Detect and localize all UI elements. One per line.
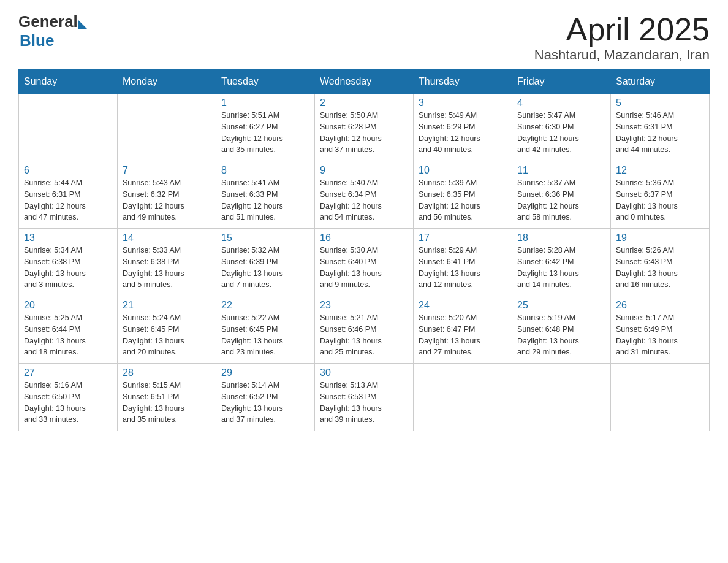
day-number: 20 bbox=[24, 300, 112, 311]
day-info: Sunrise: 5:51 AM Sunset: 6:27 PM Dayligh… bbox=[221, 111, 283, 154]
page-header: General Blue April 2025 Nashtarud, Mazan… bbox=[18, 12, 710, 63]
day-info: Sunrise: 5:49 AM Sunset: 6:29 PM Dayligh… bbox=[419, 111, 480, 154]
day-number: 8 bbox=[221, 165, 309, 176]
calendar-day-cell: 27Sunrise: 5:16 AM Sunset: 6:50 PM Dayli… bbox=[19, 364, 118, 431]
day-number: 4 bbox=[517, 98, 605, 109]
day-number: 29 bbox=[221, 367, 309, 378]
calendar-week-row: 6Sunrise: 5:44 AM Sunset: 6:31 PM Daylig… bbox=[19, 161, 710, 229]
day-number: 26 bbox=[616, 300, 704, 311]
calendar-title-block: April 2025 Nashtarud, Mazandaran, Iran bbox=[534, 12, 710, 63]
calendar-day-cell: 3Sunrise: 5:49 AM Sunset: 6:29 PM Daylig… bbox=[414, 94, 512, 161]
calendar-day-cell: 19Sunrise: 5:26 AM Sunset: 6:43 PM Dayli… bbox=[611, 229, 710, 296]
calendar-week-row: 27Sunrise: 5:16 AM Sunset: 6:50 PM Dayli… bbox=[19, 364, 710, 431]
calendar-day-cell: 29Sunrise: 5:14 AM Sunset: 6:52 PM Dayli… bbox=[216, 364, 315, 431]
day-number: 19 bbox=[616, 232, 704, 243]
calendar-day-cell: 8Sunrise: 5:41 AM Sunset: 6:33 PM Daylig… bbox=[216, 161, 315, 229]
day-info: Sunrise: 5:37 AM Sunset: 6:36 PM Dayligh… bbox=[517, 178, 579, 221]
day-number: 17 bbox=[419, 232, 507, 243]
calendar-title: April 2025 bbox=[534, 12, 710, 47]
day-info: Sunrise: 5:46 AM Sunset: 6:31 PM Dayligh… bbox=[616, 111, 678, 154]
calendar-day-cell: 25Sunrise: 5:19 AM Sunset: 6:48 PM Dayli… bbox=[512, 296, 611, 364]
calendar-day-cell: 16Sunrise: 5:30 AM Sunset: 6:40 PM Dayli… bbox=[315, 229, 414, 296]
calendar-day-cell: 2Sunrise: 5:50 AM Sunset: 6:28 PM Daylig… bbox=[315, 94, 414, 161]
day-info: Sunrise: 5:44 AM Sunset: 6:31 PM Dayligh… bbox=[24, 178, 86, 221]
calendar-day-cell: 18Sunrise: 5:28 AM Sunset: 6:42 PM Dayli… bbox=[512, 229, 611, 296]
day-info: Sunrise: 5:39 AM Sunset: 6:35 PM Dayligh… bbox=[419, 178, 480, 221]
calendar-day-cell bbox=[118, 94, 216, 161]
logo-general: General bbox=[18, 12, 78, 31]
calendar-day-cell bbox=[611, 364, 710, 431]
day-number: 11 bbox=[517, 165, 605, 176]
calendar-day-cell: 22Sunrise: 5:22 AM Sunset: 6:45 PM Dayli… bbox=[216, 296, 315, 364]
calendar-day-cell bbox=[512, 364, 611, 431]
calendar-day-cell: 20Sunrise: 5:25 AM Sunset: 6:44 PM Dayli… bbox=[19, 296, 118, 364]
calendar-day-cell: 28Sunrise: 5:15 AM Sunset: 6:51 PM Dayli… bbox=[118, 364, 216, 431]
calendar-day-cell: 6Sunrise: 5:44 AM Sunset: 6:31 PM Daylig… bbox=[19, 161, 118, 229]
day-number: 21 bbox=[123, 300, 211, 311]
day-number: 2 bbox=[320, 98, 408, 109]
logo-blue: Blue bbox=[20, 31, 54, 50]
day-number: 28 bbox=[123, 367, 211, 378]
day-number: 30 bbox=[320, 367, 408, 378]
day-info: Sunrise: 5:47 AM Sunset: 6:30 PM Dayligh… bbox=[517, 111, 579, 154]
calendar-subtitle: Nashtarud, Mazandaran, Iran bbox=[534, 47, 710, 63]
day-of-week-header: Sunday bbox=[19, 70, 118, 94]
day-number: 15 bbox=[221, 232, 309, 243]
day-number: 18 bbox=[517, 232, 605, 243]
day-number: 6 bbox=[24, 165, 112, 176]
day-info: Sunrise: 5:17 AM Sunset: 6:49 PM Dayligh… bbox=[616, 313, 678, 356]
day-of-week-header: Saturday bbox=[611, 70, 710, 94]
day-number: 25 bbox=[517, 300, 605, 311]
calendar-day-cell: 7Sunrise: 5:43 AM Sunset: 6:32 PM Daylig… bbox=[118, 161, 216, 229]
day-info: Sunrise: 5:19 AM Sunset: 6:48 PM Dayligh… bbox=[517, 313, 579, 356]
day-of-week-header: Thursday bbox=[414, 70, 512, 94]
day-info: Sunrise: 5:41 AM Sunset: 6:33 PM Dayligh… bbox=[221, 178, 283, 221]
calendar-week-row: 13Sunrise: 5:34 AM Sunset: 6:38 PM Dayli… bbox=[19, 229, 710, 296]
day-of-week-header: Friday bbox=[512, 70, 611, 94]
calendar-day-cell: 30Sunrise: 5:13 AM Sunset: 6:53 PM Dayli… bbox=[315, 364, 414, 431]
day-info: Sunrise: 5:40 AM Sunset: 6:34 PM Dayligh… bbox=[320, 178, 382, 221]
day-of-week-header: Tuesday bbox=[216, 70, 315, 94]
calendar-week-row: 1Sunrise: 5:51 AM Sunset: 6:27 PM Daylig… bbox=[19, 94, 710, 161]
calendar-day-cell: 15Sunrise: 5:32 AM Sunset: 6:39 PM Dayli… bbox=[216, 229, 315, 296]
day-info: Sunrise: 5:21 AM Sunset: 6:46 PM Dayligh… bbox=[320, 313, 382, 356]
day-info: Sunrise: 5:50 AM Sunset: 6:28 PM Dayligh… bbox=[320, 111, 382, 154]
day-info: Sunrise: 5:20 AM Sunset: 6:47 PM Dayligh… bbox=[419, 313, 480, 356]
day-info: Sunrise: 5:30 AM Sunset: 6:40 PM Dayligh… bbox=[320, 246, 382, 289]
day-number: 1 bbox=[221, 98, 309, 109]
day-number: 23 bbox=[320, 300, 408, 311]
day-number: 24 bbox=[419, 300, 507, 311]
logo-arrow-icon bbox=[78, 20, 87, 29]
day-number: 13 bbox=[24, 232, 112, 243]
day-info: Sunrise: 5:34 AM Sunset: 6:38 PM Dayligh… bbox=[24, 246, 86, 289]
calendar-day-cell: 9Sunrise: 5:40 AM Sunset: 6:34 PM Daylig… bbox=[315, 161, 414, 229]
day-number: 22 bbox=[221, 300, 309, 311]
day-info: Sunrise: 5:29 AM Sunset: 6:41 PM Dayligh… bbox=[419, 246, 480, 289]
day-info: Sunrise: 5:26 AM Sunset: 6:43 PM Dayligh… bbox=[616, 246, 678, 289]
day-number: 9 bbox=[320, 165, 408, 176]
calendar-day-cell: 14Sunrise: 5:33 AM Sunset: 6:38 PM Dayli… bbox=[118, 229, 216, 296]
calendar-week-row: 20Sunrise: 5:25 AM Sunset: 6:44 PM Dayli… bbox=[19, 296, 710, 364]
day-of-week-header: Wednesday bbox=[315, 70, 414, 94]
day-info: Sunrise: 5:36 AM Sunset: 6:37 PM Dayligh… bbox=[616, 178, 678, 221]
calendar-day-cell: 11Sunrise: 5:37 AM Sunset: 6:36 PM Dayli… bbox=[512, 161, 611, 229]
calendar-day-cell: 21Sunrise: 5:24 AM Sunset: 6:45 PM Dayli… bbox=[118, 296, 216, 364]
calendar-day-cell: 23Sunrise: 5:21 AM Sunset: 6:46 PM Dayli… bbox=[315, 296, 414, 364]
calendar-day-cell: 10Sunrise: 5:39 AM Sunset: 6:35 PM Dayli… bbox=[414, 161, 512, 229]
day-number: 5 bbox=[616, 98, 704, 109]
day-of-week-header: Monday bbox=[118, 70, 216, 94]
day-info: Sunrise: 5:24 AM Sunset: 6:45 PM Dayligh… bbox=[123, 313, 184, 356]
day-info: Sunrise: 5:22 AM Sunset: 6:45 PM Dayligh… bbox=[221, 313, 283, 356]
day-info: Sunrise: 5:16 AM Sunset: 6:50 PM Dayligh… bbox=[24, 381, 86, 424]
day-info: Sunrise: 5:15 AM Sunset: 6:51 PM Dayligh… bbox=[123, 381, 184, 424]
calendar-day-cell: 12Sunrise: 5:36 AM Sunset: 6:37 PM Dayli… bbox=[611, 161, 710, 229]
calendar-day-cell bbox=[414, 364, 512, 431]
calendar-day-cell: 5Sunrise: 5:46 AM Sunset: 6:31 PM Daylig… bbox=[611, 94, 710, 161]
calendar-day-cell: 4Sunrise: 5:47 AM Sunset: 6:30 PM Daylig… bbox=[512, 94, 611, 161]
day-info: Sunrise: 5:43 AM Sunset: 6:32 PM Dayligh… bbox=[123, 178, 184, 221]
day-number: 27 bbox=[24, 367, 112, 378]
calendar-day-cell bbox=[19, 94, 118, 161]
calendar-day-cell: 24Sunrise: 5:20 AM Sunset: 6:47 PM Dayli… bbox=[414, 296, 512, 364]
day-number: 14 bbox=[123, 232, 211, 243]
calendar-table: SundayMondayTuesdayWednesdayThursdayFrid… bbox=[18, 69, 710, 431]
